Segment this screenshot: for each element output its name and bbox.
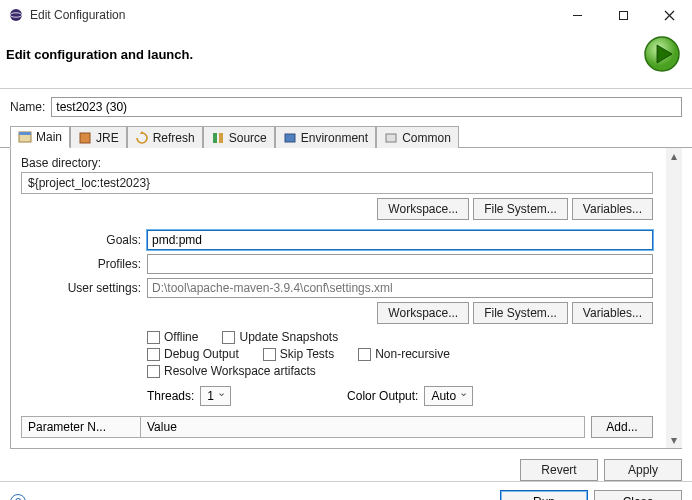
tab-main-label: Main: [36, 130, 62, 144]
base-directory-input[interactable]: ${project_loc:test2023}: [21, 172, 653, 194]
tab-refresh[interactable]: Refresh: [127, 126, 203, 148]
vertical-scrollbar[interactable]: ▴ ▾: [666, 148, 682, 448]
svg-rect-10: [80, 133, 90, 143]
profiles-label: Profiles:: [21, 257, 141, 271]
skip-tests-checkbox[interactable]: Skip Tests: [263, 347, 334, 361]
svg-rect-14: [285, 134, 295, 142]
offline-checkbox[interactable]: Offline: [147, 330, 198, 344]
param-add-button[interactable]: Add...: [591, 416, 653, 438]
name-input[interactable]: [51, 97, 682, 117]
scroll-up-icon[interactable]: ▴: [666, 148, 682, 164]
refresh-tab-icon: [135, 131, 149, 145]
close-dialog-button[interactable]: Close: [594, 490, 682, 500]
threads-label: Threads:: [147, 389, 194, 403]
minimize-button[interactable]: [554, 0, 600, 30]
tab-jre-label: JRE: [96, 131, 119, 145]
tab-environment[interactable]: Environment: [275, 126, 376, 148]
tab-source-label: Source: [229, 131, 267, 145]
environment-tab-icon: [283, 131, 297, 145]
svg-rect-3: [619, 11, 627, 19]
run-icon: [642, 34, 682, 74]
main-tab-icon: [18, 130, 32, 144]
svg-rect-15: [386, 134, 396, 142]
svg-rect-12: [213, 133, 217, 143]
base-directory-label: Base directory:: [21, 156, 653, 170]
color-output-select[interactable]: Auto: [424, 386, 473, 406]
svg-point-0: [10, 9, 22, 21]
usersettings-variables-button[interactable]: Variables...: [572, 302, 653, 324]
scroll-down-icon[interactable]: ▾: [666, 432, 682, 448]
param-name-header[interactable]: Parameter N...: [21, 416, 141, 438]
debug-output-checkbox[interactable]: Debug Output: [147, 347, 239, 361]
eclipse-icon: [8, 7, 24, 23]
tab-jre[interactable]: JRE: [70, 126, 127, 148]
threads-select[interactable]: 1: [200, 386, 231, 406]
tab-main[interactable]: Main: [10, 126, 70, 148]
parameter-table: Parameter N... Value Add...: [21, 416, 653, 438]
svg-rect-9: [19, 132, 31, 135]
close-button[interactable]: [646, 0, 692, 30]
param-value-header[interactable]: Value: [141, 416, 585, 438]
jre-tab-icon: [78, 131, 92, 145]
common-tab-icon: [384, 131, 398, 145]
help-icon[interactable]: ?: [10, 494, 26, 500]
title-bar: Edit Configuration: [0, 0, 692, 30]
basedir-workspace-button[interactable]: Workspace...: [377, 198, 469, 220]
tab-source[interactable]: Source: [203, 126, 275, 148]
dialog-footer: ? Run Close: [0, 481, 692, 500]
basedir-filesystem-button[interactable]: File System...: [473, 198, 568, 220]
tab-environment-label: Environment: [301, 131, 368, 145]
basedir-variables-button[interactable]: Variables...: [572, 198, 653, 220]
svg-rect-13: [219, 133, 223, 143]
update-snapshots-checkbox[interactable]: Update Snapshots: [222, 330, 338, 344]
user-settings-input[interactable]: [147, 278, 653, 298]
apply-button[interactable]: Apply: [604, 459, 682, 481]
header-text: Edit configuration and launch.: [6, 47, 642, 62]
resolve-workspace-checkbox[interactable]: Resolve Workspace artifacts: [147, 364, 316, 378]
non-recursive-checkbox[interactable]: Non-recursive: [358, 347, 450, 361]
goals-label: Goals:: [21, 233, 141, 247]
run-button[interactable]: Run: [500, 490, 588, 500]
dialog-header: Edit configuration and launch.: [0, 30, 692, 89]
tab-common[interactable]: Common: [376, 126, 459, 148]
tab-bar: Main JRE Refresh Source Environment Comm…: [0, 125, 692, 148]
profiles-input[interactable]: [147, 254, 653, 274]
tab-refresh-label: Refresh: [153, 131, 195, 145]
revert-button[interactable]: Revert: [520, 459, 598, 481]
goals-input[interactable]: [147, 230, 653, 250]
main-tab-panel: ▴ ▾ Base directory: ${project_loc:test20…: [10, 148, 682, 449]
source-tab-icon: [211, 131, 225, 145]
usersettings-filesystem-button[interactable]: File System...: [473, 302, 568, 324]
user-settings-label: User settings:: [21, 281, 141, 295]
name-row: Name:: [0, 89, 692, 125]
usersettings-workspace-button[interactable]: Workspace...: [377, 302, 469, 324]
maximize-button[interactable]: [600, 0, 646, 30]
color-output-label: Color Output:: [347, 389, 418, 403]
tab-common-label: Common: [402, 131, 451, 145]
name-label: Name:: [10, 100, 45, 114]
window-title: Edit Configuration: [30, 8, 554, 22]
